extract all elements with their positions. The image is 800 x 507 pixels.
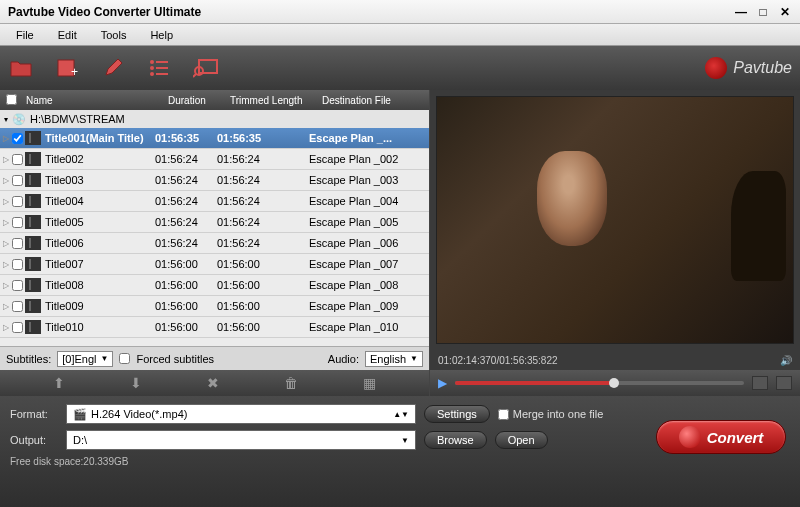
- minimize-button[interactable]: —: [734, 5, 748, 19]
- table-row[interactable]: ▷Title00401:56:2401:56:24Escape Plan _00…: [0, 191, 429, 212]
- svg-line-10: [193, 74, 196, 77]
- audio-select[interactable]: English▼: [365, 351, 423, 367]
- add-video-icon[interactable]: +: [54, 56, 82, 80]
- table-row[interactable]: ▷Title00501:56:2401:56:24Escape Plan _00…: [0, 212, 429, 233]
- play-button[interactable]: ▶: [438, 376, 447, 390]
- row-trimmed: 01:56:24: [217, 195, 309, 207]
- col-name[interactable]: Name: [22, 95, 168, 106]
- close-button[interactable]: ✕: [778, 5, 792, 19]
- row-trimmed: 01:56:24: [217, 216, 309, 228]
- expand-icon[interactable]: ▷: [0, 239, 12, 248]
- row-name: Title009: [43, 300, 155, 312]
- video-clip-icon: [25, 320, 41, 334]
- table-header: Name Duration Trimmed Length Destination…: [0, 90, 429, 110]
- expand-icon[interactable]: ▷: [0, 302, 12, 311]
- convert-button[interactable]: Convert: [656, 420, 786, 454]
- move-up-icon[interactable]: ⬆: [53, 375, 65, 391]
- table-row[interactable]: ▷Title00701:56:0001:56:00Escape Plan _00…: [0, 254, 429, 275]
- row-checkbox[interactable]: [12, 280, 23, 291]
- table-row[interactable]: ▷Title001(Main Title)01:56:3501:56:35Esc…: [0, 128, 429, 149]
- list-icon[interactable]: [146, 56, 174, 80]
- row-checkbox[interactable]: [12, 322, 23, 333]
- menu-edit[interactable]: Edit: [46, 26, 89, 44]
- expand-icon[interactable]: ▷: [0, 176, 12, 185]
- col-destination[interactable]: Destination File: [322, 95, 429, 106]
- row-destination: Escape Plan _002: [309, 153, 429, 165]
- expand-icon[interactable]: ▷: [0, 218, 12, 227]
- list-toolbar: ⬆ ⬇ ✖ 🗑 ▦: [0, 370, 429, 396]
- format-label: Format:: [10, 408, 58, 420]
- row-checkbox[interactable]: [12, 196, 23, 207]
- video-preview[interactable]: [436, 96, 794, 344]
- expand-icon[interactable]: ▷: [0, 134, 12, 143]
- row-trimmed: 01:56:24: [217, 153, 309, 165]
- menu-file[interactable]: File: [4, 26, 46, 44]
- menu-help[interactable]: Help: [138, 26, 185, 44]
- svg-rect-5: [156, 67, 168, 69]
- row-checkbox[interactable]: [12, 175, 23, 186]
- table-row[interactable]: ▷Title00901:56:0001:56:00Escape Plan _00…: [0, 296, 429, 317]
- row-trimmed: 01:56:24: [217, 174, 309, 186]
- snapshot-icon[interactable]: [752, 376, 768, 390]
- expand-icon[interactable]: ▷: [0, 197, 12, 206]
- disc-icon: 💿: [12, 113, 26, 126]
- row-trimmed: 01:56:00: [217, 258, 309, 270]
- playback-time: 01:02:14:370/01:56:35:822: [438, 355, 558, 366]
- brand-text: Pavtube: [733, 59, 792, 77]
- format-select[interactable]: 🎬H.264 Video(*.mp4)▲▼: [66, 404, 416, 424]
- row-checkbox[interactable]: [12, 301, 23, 312]
- svg-rect-8: [199, 60, 217, 73]
- expand-icon[interactable]: ▷: [0, 281, 12, 290]
- forced-subtitles-checkbox[interactable]: [119, 353, 130, 364]
- subtitles-select[interactable]: [0]Engl▼: [57, 351, 113, 367]
- expand-icon[interactable]: ▷: [0, 155, 12, 164]
- browse-button[interactable]: Browse: [424, 431, 487, 449]
- row-checkbox[interactable]: [12, 133, 23, 144]
- maximize-button[interactable]: □: [756, 5, 770, 19]
- seek-bar[interactable]: [455, 381, 744, 385]
- table-row[interactable]: ▷Title00601:56:2401:56:24Escape Plan _00…: [0, 233, 429, 254]
- svg-point-6: [150, 72, 154, 76]
- row-name: Title005: [43, 216, 155, 228]
- expand-icon[interactable]: ▷: [0, 323, 12, 332]
- row-checkbox[interactable]: [12, 259, 23, 270]
- open-folder-icon[interactable]: [8, 56, 36, 80]
- source-path-row[interactable]: ▾ 💿 H:\BDMV\STREAM: [0, 110, 429, 128]
- col-trimmed[interactable]: Trimmed Length: [230, 95, 322, 106]
- volume-icon[interactable]: 🔊: [780, 355, 792, 366]
- remove-icon[interactable]: ✖: [207, 375, 219, 391]
- select-all-checkbox[interactable]: [6, 94, 17, 105]
- video-clip-icon: [25, 257, 41, 271]
- convert-orb-icon: [679, 426, 701, 448]
- merge-checkbox[interactable]: [498, 409, 509, 420]
- video-clip-icon: [25, 131, 41, 145]
- row-checkbox[interactable]: [12, 154, 23, 165]
- crop-icon[interactable]: ▦: [363, 375, 376, 391]
- expand-icon[interactable]: ▷: [0, 260, 12, 269]
- expand-icon[interactable]: ▾: [4, 115, 8, 124]
- output-field[interactable]: D:\▼: [66, 430, 416, 450]
- toolbar: + Pavtube: [0, 46, 800, 90]
- move-down-icon[interactable]: ⬇: [130, 375, 142, 391]
- edit-pencil-icon[interactable]: [100, 56, 128, 80]
- row-checkbox[interactable]: [12, 238, 23, 249]
- video-clip-icon: [25, 278, 41, 292]
- table-row[interactable]: ▷Title00201:56:2401:56:24Escape Plan _00…: [0, 149, 429, 170]
- row-duration: 01:56:00: [155, 258, 217, 270]
- row-destination: Escape Plan _004: [309, 195, 429, 207]
- subtitles-label: Subtitles:: [6, 353, 51, 365]
- screen-search-icon[interactable]: [192, 56, 220, 80]
- open-button[interactable]: Open: [495, 431, 548, 449]
- table-row[interactable]: ▷Title00301:56:2401:56:24Escape Plan _00…: [0, 170, 429, 191]
- settings-button[interactable]: Settings: [424, 405, 490, 423]
- table-row[interactable]: ▷Title00801:56:0001:56:00Escape Plan _00…: [0, 275, 429, 296]
- output-label: Output:: [10, 434, 58, 446]
- menu-tools[interactable]: Tools: [89, 26, 139, 44]
- col-duration[interactable]: Duration: [168, 95, 230, 106]
- row-name: Title001(Main Title): [43, 132, 155, 144]
- row-checkbox[interactable]: [12, 217, 23, 228]
- table-row[interactable]: ▷Title01001:56:0001:56:00Escape Plan _01…: [0, 317, 429, 338]
- video-clip-icon: [25, 194, 41, 208]
- trash-icon[interactable]: 🗑: [284, 375, 298, 391]
- open-folder-icon-small[interactable]: [776, 376, 792, 390]
